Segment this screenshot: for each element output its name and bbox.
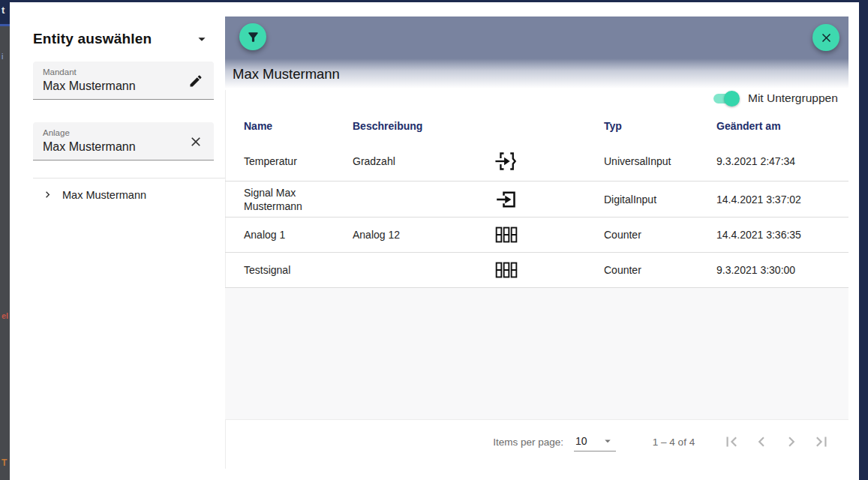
subgroups-toggle[interactable]: Mit Untergruppen	[713, 88, 838, 108]
cell-typ: Counter	[604, 263, 709, 277]
cell-beschreibung: Gradzahl	[353, 154, 473, 168]
column-header-geaendert-am: Geändert am	[716, 119, 848, 133]
cell-name: Analog 1	[244, 228, 338, 242]
close-dialog-button[interactable]	[812, 24, 839, 51]
main-header-bar	[225, 16, 848, 58]
toggle-switch-icon	[713, 89, 740, 107]
cell-beschreibung: Analog 12	[353, 228, 473, 242]
backdrop-fragment: T	[2, 459, 7, 467]
pencil-icon	[188, 74, 203, 88]
items-per-page-label: Items per page:	[493, 436, 563, 448]
chevron-right-icon	[41, 188, 54, 201]
filter-button[interactable]	[239, 23, 266, 50]
collapse-button[interactable]	[193, 30, 211, 48]
backdrop-nav-underline	[0, 24, 10, 26]
table-row[interactable]: Signal Max Mustermann DigitalInput 14.4.…	[225, 182, 848, 218]
cell-typ: Counter	[604, 228, 709, 242]
next-page-button[interactable]	[776, 427, 806, 457]
mandant-label: Mandant	[43, 67, 205, 77]
first-page-icon	[722, 432, 741, 452]
edit-mandant-button[interactable]	[187, 72, 205, 90]
chevron-right-icon	[782, 432, 801, 452]
tree-item-label: Max Mustermann	[62, 189, 146, 201]
paginator-nav	[716, 427, 836, 457]
sidebar-header: Entity auswählen	[33, 28, 211, 50]
subgroups-toggle-label: Mit Untergruppen	[748, 92, 838, 105]
cell-geaendert: 9.3.2021 2:47:34	[716, 154, 848, 168]
anlage-field[interactable]: Anlage Max Mustermann	[33, 122, 214, 160]
caret-down-icon	[194, 31, 210, 47]
cell-icon	[484, 262, 529, 279]
cell-icon	[484, 226, 529, 244]
page-range-label: 1 – 4 of 4	[647, 436, 700, 448]
sidebar-divider	[33, 178, 225, 178]
backdrop-fragment: i	[2, 52, 3, 61]
seven-segment-icon	[495, 226, 518, 244]
cell-geaendert: 9.3.2021 3:30:00	[716, 263, 848, 277]
close-icon	[188, 134, 203, 149]
cell-typ: UniversalInput	[604, 154, 709, 168]
column-header-name: Name	[244, 119, 338, 133]
caret-down-icon	[601, 434, 614, 448]
cell-name: Testsignal	[244, 263, 338, 277]
table-row[interactable]: Testsignal Counter 9.3.2021 3:30:00	[225, 253, 848, 288]
login-arrow-icon	[496, 189, 517, 210]
mandant-field[interactable]: Mandant Max Mustermann	[33, 62, 214, 100]
cell-typ: DigitalInput	[604, 193, 709, 206]
last-page-button[interactable]	[806, 427, 836, 457]
seven-segment-icon	[495, 262, 518, 279]
backdrop-fragment: el	[2, 312, 8, 320]
cell-icon	[484, 151, 529, 172]
mandant-value: Max Mustermann	[43, 79, 205, 94]
column-header-typ: Typ	[604, 119, 709, 133]
table-empty-area	[225, 288, 848, 420]
funnel-icon	[246, 30, 260, 44]
tree-item-max-mustermann[interactable]: Max Mustermann	[41, 188, 146, 201]
backdrop-fragment: t	[2, 6, 5, 14]
cell-geaendert: 14.4.2021 3:37:02	[716, 193, 848, 206]
close-icon	[819, 31, 833, 45]
last-page-icon	[812, 432, 831, 452]
page-size-value: 10	[575, 435, 587, 447]
paginator: Items per page: 10 1 – 4 of 4	[225, 420, 848, 464]
table-header-row: Name Beschreibung Typ Geändert am	[225, 111, 848, 141]
clear-anlage-button[interactable]	[187, 133, 205, 151]
braces-arrow-icon	[494, 151, 518, 172]
signal-table: Name Beschreibung Typ Geändert am Temper…	[225, 111, 848, 288]
sidebar-title: Entity auswählen	[33, 31, 152, 47]
backdrop-right-strip	[859, 0, 868, 480]
anlage-label: Anlage	[43, 128, 205, 138]
chevron-left-icon	[752, 432, 771, 452]
column-header-beschreibung: Beschreibung	[353, 119, 473, 133]
first-page-button[interactable]	[716, 427, 746, 457]
table-row[interactable]: Temperatur Gradzahl UniversalInput 9.3.2…	[225, 141, 848, 182]
cell-icon	[484, 189, 529, 210]
table-row[interactable]: Analog 1 Analog 12 Counter 14.4.2021 3:3…	[225, 218, 848, 253]
anlage-value: Max Mustermann	[43, 140, 205, 154]
page-size-select[interactable]: 10	[574, 433, 616, 452]
backdrop-left-strip: t i el T	[0, 0, 10, 480]
cell-name: Signal Max Mustermann	[244, 186, 338, 213]
previous-page-button[interactable]	[746, 427, 776, 457]
main-title: Max Mustermann	[233, 66, 340, 82]
cell-name: Temperatur	[244, 154, 338, 168]
cell-geaendert: 14.4.2021 3:36:35	[716, 228, 848, 242]
